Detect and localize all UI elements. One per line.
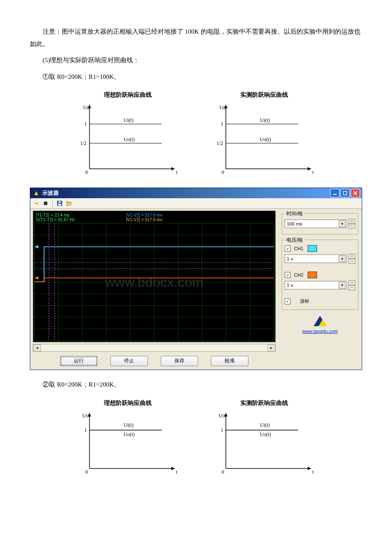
graph-title: 实测阶跃响应曲线 — [209, 91, 320, 99]
run-icon[interactable] — [32, 199, 40, 208]
svg-text:Uo: Uo — [219, 104, 226, 110]
stop-button[interactable]: 停止 — [110, 356, 148, 366]
tangdu-link[interactable]: www.tangdu.com — [282, 329, 358, 334]
ch2-volt-select[interactable]: 1 v ▼ — [285, 281, 347, 289]
oscilloscope-window: 示波器 — [30, 188, 362, 370]
ch2-up-button[interactable]: + — [349, 280, 355, 285]
svg-text:1: 1 — [84, 427, 87, 433]
chevron-down-icon: ▼ — [339, 255, 346, 262]
svg-text:0: 0 — [85, 469, 88, 475]
svg-rect-38 — [66, 202, 69, 203]
voltage-group: 电压/格 ✓ CH1 1 v ▼ + − — [282, 240, 358, 310]
scroll-left-icon[interactable]: ◄ — [33, 344, 41, 351]
open-icon[interactable] — [65, 199, 73, 208]
graph-actual-2: 实测阶跃响应曲线 Uo t 1 0 Ui(t) Uo(t) — [209, 399, 320, 479]
svg-text:Ui(t): Ui(t) — [260, 117, 270, 123]
step-response-plot: Uo t 1 0 Ui(t) Uo(t) — [209, 409, 320, 477]
svg-marker-70 — [171, 467, 175, 470]
ch1-down-button[interactable]: − — [349, 259, 355, 264]
measurement-readout: |T1-T2| = 23.4 ms 1/|T1-T2| = 42.67 Hz |… — [34, 212, 274, 223]
maximize-button[interactable] — [340, 189, 350, 197]
svg-text:1: 1 — [84, 121, 87, 127]
svg-marker-81 — [308, 467, 311, 470]
timebase-group: 时间/格 100 ms ▼ + − — [282, 213, 358, 234]
svg-text:Uo(t): Uo(t) — [124, 136, 135, 142]
svg-text:Uo(t): Uo(t) — [260, 136, 271, 142]
tangdu-logo-icon — [313, 315, 327, 327]
paragraph-5: (5)理想与实际阶跃响应对照曲线： — [30, 54, 362, 66]
svg-text:0: 0 — [222, 169, 224, 175]
ch1-checkbox[interactable]: ✓ — [285, 246, 291, 251]
svg-text:Uo: Uo — [83, 104, 89, 110]
paragraph-case1: ①取 R0=200K；R1=100K。 — [30, 71, 362, 83]
svg-text:Ui(t): Ui(t) — [124, 117, 133, 123]
ch2-checkbox[interactable]: ✓ — [285, 272, 291, 278]
close-button[interactable] — [351, 189, 360, 197]
svg-text:0: 0 — [222, 469, 224, 475]
svg-text:Uo: Uo — [82, 413, 89, 419]
ch1-up-button[interactable]: + — [349, 254, 355, 259]
graph-ideal-2: 理想阶跃响应曲线 Uo t 1 0 Ui(t) Uo(t) — [72, 399, 183, 479]
ch1-volt-select[interactable]: 1 v ▼ — [285, 254, 347, 263]
graph-title: 实测阶跃响应曲线 — [209, 399, 320, 407]
toolbar — [30, 198, 362, 209]
svg-text:t: t — [312, 169, 314, 175]
graph-actual-1: 实测阶跃响应曲线 Uo t 1 1/2 0 Ui(t) Uo(t) — [209, 91, 320, 179]
svg-rect-33 — [44, 202, 47, 205]
cursor-checkbox[interactable]: ✓ — [285, 298, 291, 304]
chevron-down-icon: ▼ — [339, 220, 346, 227]
app-icon — [33, 190, 40, 197]
svg-text:Uo(t): Uo(t) — [124, 431, 135, 437]
svg-marker-32 — [37, 202, 38, 205]
readout-dt: |T1-T2| = 23.4 ms — [36, 213, 75, 217]
window-titlebar[interactable]: 示波器 — [30, 188, 362, 198]
graph-title: 理想阶跃响应曲线 — [72, 399, 183, 407]
save-button[interactable]: 保存 — [161, 356, 198, 366]
graph-ideal-1: 理想阶跃响应曲线 Uo t 1 1/2 0 Ui(t) Uo(t) — [72, 91, 183, 179]
stop-icon[interactable] — [41, 199, 50, 208]
svg-text:t: t — [176, 469, 178, 475]
ch2-color-swatch[interactable] — [308, 272, 317, 278]
step-response-plot: Uo t 1 0 Ui(t) Uo(t) — [72, 409, 183, 477]
svg-text:Uo(t): Uo(t) — [260, 431, 271, 437]
time-per-div-select[interactable]: 100 ms ▼ — [285, 220, 347, 228]
readout-dv1: |V1-V2| = 517.6 mv — [126, 213, 163, 217]
ch2-label: CH2 — [294, 272, 303, 278]
svg-text:Ui(t): Ui(t) — [260, 422, 270, 428]
svg-text:t: t — [312, 469, 314, 475]
ch1-label: CH1 — [294, 246, 303, 251]
minimize-button[interactable] — [330, 189, 340, 197]
svg-marker-1 — [171, 167, 175, 171]
oscilloscope-display[interactable]: www.bdocx.com — [34, 223, 274, 341]
svg-rect-36 — [58, 201, 61, 203]
graph-title: 理想阶跃响应曲线 — [72, 91, 183, 99]
group-label-time: 时间/格 — [285, 210, 305, 217]
calibrate-button[interactable]: 校准 — [211, 356, 248, 366]
svg-text:1: 1 — [221, 427, 223, 433]
time-down-button[interactable]: − — [349, 224, 355, 229]
horizontal-scrollbar[interactable]: ◄ ► — [33, 344, 276, 352]
save-icon[interactable] — [55, 199, 64, 208]
paragraph-note: 注意：图中运算放大器的正相输入端已经对地接了 100K 的电阻，实验中不需要再接… — [30, 26, 362, 50]
svg-marker-14 — [308, 167, 311, 171]
svg-text:1/2: 1/2 — [80, 140, 86, 146]
svg-text:0: 0 — [85, 169, 88, 175]
chevron-down-icon: ▼ — [339, 282, 346, 289]
svg-text:1: 1 — [221, 121, 223, 127]
ch1-color-swatch[interactable] — [308, 245, 317, 252]
svg-rect-28 — [343, 191, 347, 195]
run-button[interactable]: 运行 — [60, 356, 98, 366]
svg-marker-65 — [35, 245, 38, 249]
svg-marker-26 — [34, 191, 38, 195]
svg-text:t: t — [176, 169, 178, 175]
svg-text:Uo: Uo — [219, 413, 225, 419]
paragraph-case2: ②取 R0=200K；R1=200K。 — [30, 379, 362, 391]
svg-marker-66 — [35, 276, 38, 280]
readout-dv2: |V1-V2| = 517.6 mv — [126, 217, 163, 222]
step-response-plot: Uo t 1 1/2 0 Ui(t) Uo(t) — [209, 101, 320, 177]
scroll-right-icon[interactable]: ► — [268, 344, 275, 351]
window-title: 示波器 — [42, 189, 330, 197]
ch2-down-button[interactable]: − — [349, 285, 355, 290]
time-up-button[interactable]: + — [349, 219, 355, 224]
readout-freq: 1/|T1-T2| = 42.67 Hz — [36, 217, 75, 222]
